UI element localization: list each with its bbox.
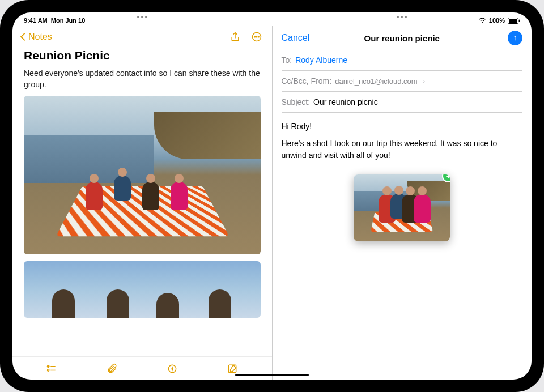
note-title: Reunion Picnic [24,49,261,62]
from-email: daniel_rico1@icloud.com [335,77,417,86]
svg-rect-2 [519,19,520,22]
note-image-1[interactable] [24,96,261,254]
multitask-control-left[interactable] [137,16,147,18]
checklist-button[interactable] [45,363,58,375]
to-recipient[interactable]: Rody Albuerne [295,56,347,65]
ipad-frame: 9:41 AM Mon Jun 10 100% [0,0,544,392]
note-body: Need everyone's updated contact info so … [24,68,261,90]
back-label: Notes [28,32,52,42]
svg-point-4 [254,36,255,37]
svg-point-5 [256,36,257,37]
to-label: To: [282,56,292,65]
mail-greeting: Hi Rody! [282,121,523,132]
chevron-left-icon [20,33,28,41]
mail-text: Here's a shot I took on our trip this we… [282,138,523,161]
to-field[interactable]: To: Rody Albuerne [282,50,523,71]
mail-body[interactable]: Hi Rody! Here's a shot I took on our tri… [273,113,532,249]
split-view: Notes Reunion Picnic Need everyone's upd… [12,12,532,380]
notes-app-pane: Notes Reunion Picnic Need everyone's upd… [12,26,273,380]
ccbcc-from-field[interactable]: Cc/Bcc, From: daniel_rico1@icloud.com › [282,71,523,92]
more-button[interactable] [250,31,263,43]
notes-toolbar [12,356,272,380]
subject-value: Our reunion picnic [313,97,378,106]
svg-point-9 [48,369,49,371]
mail-fields: To: Rody Albuerne Cc/Bcc, From: daniel_r… [273,50,532,113]
mail-app-pane: Cancel Our reunion picnic ↑ To: Rody Alb… [273,26,532,380]
subject-label: Subject: [282,97,311,106]
dragged-attachment-image[interactable]: + [354,174,450,241]
share-button[interactable] [229,31,241,43]
mail-header: Cancel Our reunion picnic ↑ [273,26,532,50]
send-button[interactable]: ↑ [508,31,522,45]
wifi-icon [478,18,486,23]
status-bar: 9:41 AM Mon Jun 10 100% [12,15,532,26]
screen: 9:41 AM Mon Jun 10 100% [12,12,532,380]
home-indicator[interactable] [235,374,309,376]
attachment-button[interactable] [106,363,118,375]
markup-button[interactable] [166,363,178,375]
arrow-up-icon: ↑ [513,33,517,42]
status-time: 9:41 AM [24,17,48,24]
note-content[interactable]: Reunion Picnic Need everyone's updated c… [12,45,272,356]
mail-title: Our reunion picnic [364,33,440,43]
subject-field[interactable]: Subject: Our reunion picnic [282,92,523,113]
battery-percent: 100% [489,17,505,24]
back-button[interactable]: Notes [22,32,52,42]
notes-header: Notes [12,26,272,45]
svg-rect-1 [509,19,517,23]
chevron-right-icon: › [423,78,426,84]
note-image-2[interactable] [24,261,261,318]
battery-icon [508,18,520,24]
multitask-control-right[interactable] [397,16,407,18]
compose-button[interactable] [226,363,239,375]
svg-point-6 [258,36,259,37]
cancel-button[interactable]: Cancel [282,33,310,43]
ccbcc-label: Cc/Bcc, From: [282,76,332,86]
status-date: Mon Jun 10 [51,17,86,24]
